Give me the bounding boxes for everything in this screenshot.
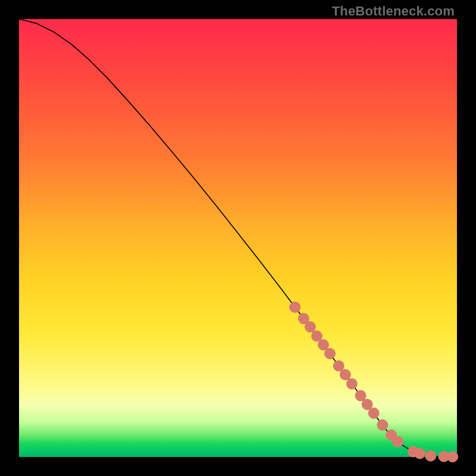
highlight-dot: [305, 321, 315, 332]
highlighted-dots-group: [290, 302, 458, 462]
plot-area: [19, 19, 457, 457]
highlight-dot: [318, 340, 329, 350]
highlight-dot: [393, 436, 403, 447]
highlight-dot: [333, 361, 344, 371]
highlight-dot: [355, 390, 366, 401]
highlight-dot: [325, 348, 336, 359]
highlight-dot: [362, 399, 372, 410]
highlight-dot: [290, 302, 300, 312]
highlight-dot: [414, 448, 425, 459]
highlight-dot: [377, 419, 388, 430]
highlight-dot: [346, 378, 357, 389]
watermark-text: TheBottleneck.com: [332, 4, 455, 19]
highlight-dot: [311, 331, 322, 342]
highlight-dot: [425, 450, 436, 461]
chart-stage: TheBottleneck.com: [0, 0, 476, 476]
highlight-dot: [340, 369, 350, 380]
highlight-dot: [447, 452, 458, 462]
chart-svg: [19, 19, 457, 457]
highlight-dot: [368, 408, 379, 418]
bottleneck-curve: [19, 19, 457, 457]
